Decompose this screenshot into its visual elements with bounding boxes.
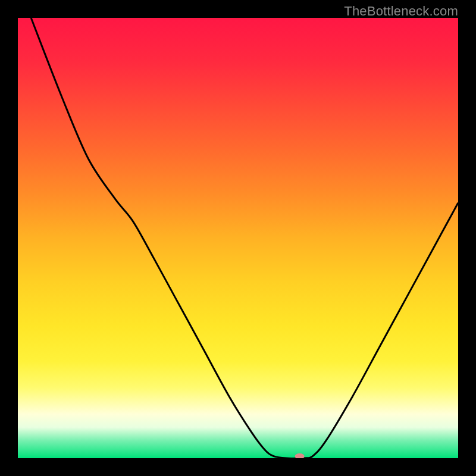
- gradient-background: [18, 18, 458, 458]
- chart-container: TheBottleneck.com: [0, 0, 476, 476]
- watermark-text: TheBottleneck.com: [344, 4, 458, 19]
- plot-area: [18, 18, 458, 458]
- chart-svg: [18, 18, 458, 458]
